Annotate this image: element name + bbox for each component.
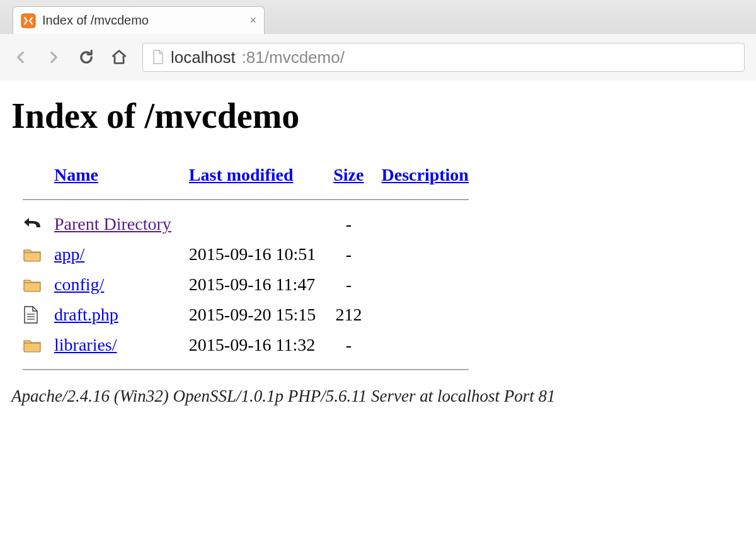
nav-bar: localhost:81/mvcdemo/	[0, 34, 756, 81]
browser-chrome: Index of /mvcdemo × localhost:81/mvcdemo…	[0, 0, 756, 81]
sort-modified-link[interactable]: Last modified	[189, 165, 294, 184]
sort-size-link[interactable]: Size	[333, 165, 364, 184]
folder-icon	[23, 337, 42, 353]
folder-icon	[23, 247, 42, 262]
entry-link[interactable]: app/	[54, 244, 84, 264]
entry-modified: 2015-09-16 10:51	[180, 239, 324, 269]
folder-icon	[23, 277, 42, 292]
table-row: draft.php2015-09-20 15:15212	[14, 300, 478, 330]
home-button[interactable]	[110, 48, 129, 67]
page-icon	[152, 50, 164, 65]
file-icon	[23, 305, 39, 324]
table-row: app/2015-09-16 10:51-	[14, 239, 478, 269]
back-button[interactable]	[11, 48, 30, 67]
browser-tab[interactable]: Index of /mvcdemo ×	[13, 6, 265, 34]
entry-modified: 2015-09-16 11:47	[180, 269, 324, 300]
sort-name-link[interactable]: Name	[54, 165, 98, 184]
entry-description	[372, 239, 477, 269]
entry-size: -	[324, 239, 372, 269]
entry-description	[372, 330, 477, 360]
table-row: libraries/2015-09-16 11:32-	[14, 330, 478, 360]
xampp-icon	[21, 13, 36, 28]
back-arrow-icon	[23, 215, 44, 234]
entry-modified: 2015-09-16 11:32	[180, 330, 324, 360]
entry-link[interactable]: config/	[54, 274, 104, 294]
svg-rect-0	[21, 14, 35, 28]
sort-description-link[interactable]: Description	[381, 165, 468, 184]
close-tab-icon[interactable]: ×	[249, 14, 256, 27]
directory-listing-table: Name Last modified Size Description Pare…	[14, 160, 478, 379]
entry-size: -	[324, 269, 372, 300]
entry-size: 212	[324, 300, 372, 330]
tab-strip: Index of /mvcdemo ×	[0, 0, 756, 34]
tab-title: Index of /mvcdemo	[42, 13, 149, 28]
reload-button[interactable]	[77, 48, 96, 67]
entry-modified: 2015-09-20 15:15	[180, 300, 324, 330]
forward-button[interactable]	[44, 48, 63, 67]
table-row: config/2015-09-16 11:47-	[14, 269, 478, 300]
parent-directory-row: Parent Directory -	[14, 209, 478, 239]
entry-description	[372, 269, 477, 300]
table-header-row: Name Last modified Size Description	[14, 160, 478, 190]
entry-size: -	[324, 330, 372, 360]
address-path: :81/mvcdemo/	[242, 48, 345, 67]
server-signature: Apache/2.4.16 (Win32) OpenSSL/1.0.1p PHP…	[11, 387, 745, 406]
address-bar[interactable]: localhost:81/mvcdemo/	[142, 43, 745, 72]
parent-directory-link[interactable]: Parent Directory	[54, 214, 171, 234]
entry-link[interactable]: libraries/	[54, 335, 117, 354]
address-host: localhost	[171, 48, 236, 67]
page-content: Index of /mvcdemo Name Last modified Siz…	[0, 81, 756, 406]
page-title: Index of /mvcdemo	[11, 96, 745, 136]
entry-description	[372, 300, 477, 330]
entry-link[interactable]: draft.php	[54, 305, 118, 324]
